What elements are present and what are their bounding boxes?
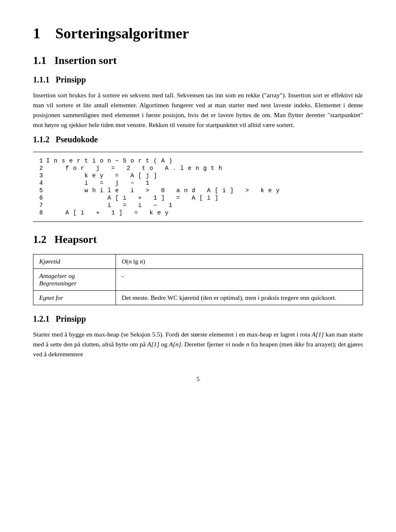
chapter-title: 1 Sorteringsalgoritmer xyxy=(33,25,363,42)
code-line-4: 4 i = j − 1 xyxy=(33,179,363,187)
subsection-1-1-1-title: 1.1.1 Prinsipp xyxy=(33,75,363,85)
page-container: 1 Sorteringsalgoritmer 1.1 Insertion sor… xyxy=(33,25,363,383)
chapter-number: 1 xyxy=(33,25,40,42)
table-value-kjoretid: O(n lg n) xyxy=(116,254,363,269)
subsection-1-1-2: 1.1.2 Pseudokode 1 I n s e r t i o n − S… xyxy=(33,135,363,222)
code-line-2: 2 f o r j = 2 t o A . l e n g t h xyxy=(33,165,363,172)
table-label-egnet: Egnet for xyxy=(33,291,116,305)
code-line-1: 1 I n s e r t i o n − S o r t ( A ) xyxy=(33,157,363,165)
table-row-egnet: Egnet for Det meste. Bedre WC kjøretid (… xyxy=(33,291,363,305)
section-1-1-title: 1.1 Insertion sort xyxy=(33,54,363,67)
table-value-antagelser: - xyxy=(116,269,363,291)
page-number: 5 xyxy=(33,376,363,383)
code-line-6: 6 A [ i + 1 ] = A [ i ] xyxy=(33,194,363,202)
heapsort-info-table: Kjøretid O(n lg n) Antagelser ogBegrensn… xyxy=(33,254,363,305)
subsection-1-1-2-title: 1.1.2 Pseudokode xyxy=(33,135,363,144)
subsection-1-2-1: 1.2.1 Prinsipp Starter med å bygge en ma… xyxy=(33,314,363,359)
subsection-1-1-1: 1.1.1 Prinsipp Insertion sort brukes for… xyxy=(33,75,363,130)
code-line-7: 7 i = i − 1 xyxy=(33,202,363,209)
table-value-egnet: Det meste. Bedre WC kjøretid (den er opt… xyxy=(116,291,363,305)
code-line-8: 8 A [ i + 1 ] = k e y xyxy=(33,209,363,217)
pseudocode-block: 1 I n s e r t i o n − S o r t ( A ) 2 f … xyxy=(33,152,363,222)
code-line-5: 5 w h i l e i > 0 a n d A [ i ] > k e y xyxy=(33,187,363,194)
table-row-kjoretid: Kjøretid O(n lg n) xyxy=(33,254,363,269)
code-line-3: 3 k e y = A [ j ] xyxy=(33,172,363,179)
section-1-2-title: 1.2 Heapsort xyxy=(33,233,363,246)
subsection-1-2-1-paragraph: Starter med å bygge en max-heap (se Seks… xyxy=(33,330,363,359)
pseudocode-table: 1 I n s e r t i o n − S o r t ( A ) 2 f … xyxy=(33,157,363,217)
section-1-1: 1.1 Insertion sort 1.1.1 Prinsipp Insert… xyxy=(33,54,363,222)
subsection-1-1-1-paragraph: Insertion sort brukes for å sortere en s… xyxy=(33,90,363,130)
section-1-2: 1.2 Heapsort Kjøretid O(n lg n) Antagels… xyxy=(33,233,363,359)
table-label-kjoretid: Kjøretid xyxy=(33,254,116,269)
subsection-1-2-1-title: 1.2.1 Prinsipp xyxy=(33,314,363,324)
table-label-antagelser: Antagelser ogBegrensninger xyxy=(33,269,116,291)
chapter-title-text: Sorteringsalgoritmer xyxy=(55,25,189,42)
table-row-antagelser: Antagelser ogBegrensninger - xyxy=(33,269,363,291)
